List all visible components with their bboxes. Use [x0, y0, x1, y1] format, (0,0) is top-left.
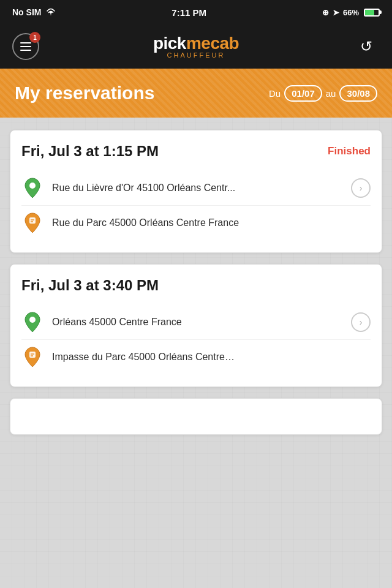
logo-name: pickmecab — [153, 35, 239, 52]
reservation-datetime: Fri, Jul 3 at 3:40 PM — [21, 277, 159, 294]
app-logo: pickmecab CHAUFFEUR — [153, 35, 239, 59]
au-label: au — [326, 88, 336, 99]
reservation-status: Finished — [328, 145, 371, 157]
du-label: Du — [269, 88, 281, 99]
carrier-label: No SIM — [12, 7, 41, 17]
menu-button[interactable]: 1 — [12, 33, 39, 60]
logo-cab: cab — [210, 34, 239, 53]
pickup-pin-icon — [21, 311, 43, 333]
card-header: Fri, Jul 3 at 1:15 PM Finished — [21, 143, 371, 160]
svg-rect-5 — [29, 352, 36, 358]
detail-chevron-button[interactable]: › — [351, 178, 371, 198]
card-body: Orléans 45000 Centre France › Impasse du… — [21, 305, 371, 374]
battery-percent: 66% — [343, 8, 359, 17]
pickup-row: Orléans 45000 Centre France › — [21, 305, 371, 339]
page-header-bar: My reservations Du 01/07 au 30/08 — [0, 69, 392, 118]
date-to-pill: 30/08 — [339, 85, 377, 102]
reservations-list: Fri, Jul 3 at 1:15 PM Finished Rue du Li… — [0, 118, 392, 588]
date-range: Du 01/07 au 30/08 — [269, 85, 377, 102]
reservation-datetime: Fri, Jul 3 at 1:15 PM — [21, 143, 159, 160]
refresh-icon: ↺ — [360, 38, 372, 55]
dropoff-pin-icon — [21, 212, 43, 234]
hamburger-icon — [20, 42, 31, 51]
detail-chevron-button[interactable]: › — [351, 312, 371, 332]
dropoff-row: Impasse du Parc 45000 Orléans Centre… — [21, 340, 371, 374]
page-title: My reservations — [15, 83, 154, 104]
dropoff-pin-icon — [21, 346, 43, 368]
svg-point-4 — [29, 317, 36, 323]
menu-badge: 1 — [29, 32, 40, 43]
status-bar: No SIM 7:11 PM ⊕ ➤ 66% — [0, 0, 392, 24]
reservation-card — [10, 398, 382, 435]
status-time: 7:11 PM — [172, 7, 206, 18]
dropoff-address: Rue du Parc 45000 Orléans Centre France — [52, 217, 371, 228]
pickup-row: Rue du Lièvre d'Or 45100 Orléans Centr..… — [21, 171, 371, 205]
card-header: Fri, Jul 3 at 3:40 PM — [21, 277, 371, 294]
pickup-address: Rue du Lièvre d'Or 45100 Orléans Centr..… — [52, 183, 342, 194]
svg-rect-1 — [29, 217, 36, 224]
date-from-pill: 01/07 — [284, 85, 322, 102]
app-header: 1 pickmecab CHAUFFEUR ↺ — [0, 24, 392, 69]
logo-me: me — [186, 34, 210, 53]
status-carrier: No SIM — [12, 7, 56, 17]
card-body: Rue du Lièvre d'Or 45100 Orléans Centr..… — [21, 171, 371, 240]
dropoff-row: Rue du Parc 45000 Orléans Centre France — [21, 206, 371, 240]
pickup-pin-icon — [21, 177, 43, 199]
svg-point-0 — [29, 183, 36, 189]
refresh-button[interactable]: ↺ — [353, 33, 380, 60]
dropoff-address: Impasse du Parc 45000 Orléans Centre… — [52, 352, 371, 363]
lock-icon: ⊕ — [322, 8, 329, 17]
reservation-card: Fri, Jul 3 at 3:40 PM Orléans 45000 Cent… — [10, 264, 382, 387]
status-icons: ⊕ ➤ 66% — [322, 8, 380, 17]
battery-icon — [364, 9, 380, 17]
logo-pick: pick — [153, 34, 186, 53]
logo-chauffeur: CHAUFFEUR — [153, 52, 239, 59]
battery-fill — [365, 10, 374, 15]
wifi-icon — [46, 7, 56, 17]
pickup-address: Orléans 45000 Centre France — [52, 317, 342, 328]
location-icon: ➤ — [333, 8, 339, 17]
reservation-card: Fri, Jul 3 at 1:15 PM Finished Rue du Li… — [10, 130, 382, 253]
